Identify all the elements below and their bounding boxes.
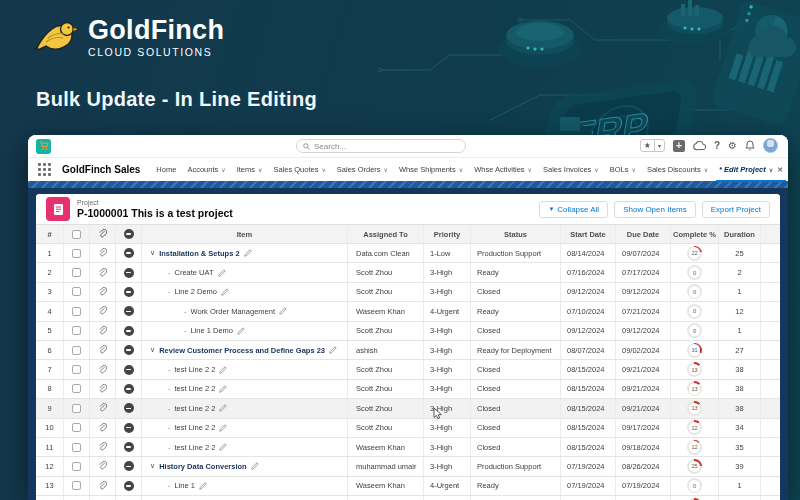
start-date-cell: 08/15/2024 <box>561 380 616 398</box>
row-checkbox[interactable] <box>64 283 90 301</box>
nav-tab[interactable]: Sales Invoices ∨ <box>542 158 600 182</box>
row-checkbox[interactable] <box>64 399 90 417</box>
tab-close-icon[interactable]: ✕ <box>777 166 783 174</box>
row-attachment[interactable] <box>90 322 116 340</box>
row-attachment[interactable] <box>90 477 116 495</box>
edit-pencil-icon[interactable] <box>219 366 227 374</box>
row-checkbox[interactable] <box>64 244 90 262</box>
row-attachment[interactable] <box>90 263 116 281</box>
row-attachment[interactable] <box>90 244 116 262</box>
row-checkbox[interactable] <box>64 477 90 495</box>
edit-pencil-icon[interactable] <box>219 385 227 393</box>
nav-tab[interactable]: Sales Quotes ∨ <box>272 158 326 182</box>
nav-tab[interactable]: Whse Activities ∨ <box>473 158 533 182</box>
edit-pencil-icon[interactable] <box>251 462 259 470</box>
row-note[interactable] <box>116 263 142 281</box>
row-attachment[interactable] <box>90 438 116 456</box>
item-label: Line 2 Demo <box>175 287 218 296</box>
chevron-down-icon[interactable]: ∨ <box>150 346 155 354</box>
export-project-button[interactable]: Export Project <box>702 201 770 218</box>
favorites-control[interactable]: ★▾ <box>640 139 665 152</box>
nav-tab[interactable]: Whse Shipments ∨ <box>398 158 464 182</box>
help-icon[interactable]: ? <box>714 141 720 151</box>
row-checkbox[interactable] <box>64 380 90 398</box>
select-all-checkbox[interactable] <box>64 225 90 243</box>
row-checkbox[interactable] <box>64 419 90 437</box>
edit-pencil-icon[interactable] <box>199 482 207 490</box>
record-header: Project P-1000001 This is a test project… <box>36 194 780 224</box>
edit-pencil-icon[interactable] <box>279 307 287 315</box>
edit-pencil-icon[interactable] <box>329 346 337 354</box>
edit-pencil-icon[interactable] <box>237 327 245 335</box>
nav-tab[interactable]: Sales Discounts ∨ <box>646 158 709 182</box>
row-note[interactable] <box>116 496 142 500</box>
edit-pencil-icon[interactable] <box>218 269 226 277</box>
row-attachment[interactable] <box>90 283 116 301</box>
edit-pencil-icon[interactable] <box>244 249 252 257</box>
user-avatar[interactable] <box>763 138 778 153</box>
row-note[interactable] <box>116 399 142 417</box>
edit-pencil-icon[interactable] <box>219 443 227 451</box>
row-note[interactable] <box>116 322 142 340</box>
nav-tab[interactable]: Accounts ∨ <box>186 158 226 182</box>
row-note[interactable] <box>116 438 142 456</box>
row-attachment[interactable] <box>90 496 116 500</box>
row-attachment[interactable] <box>90 457 116 475</box>
complete-pct-cell: 13 <box>671 399 719 417</box>
app-nav: GoldFinch Sales Home Accounts ∨ Items ∨ … <box>28 157 788 181</box>
start-date-cell <box>561 496 616 500</box>
nav-tab[interactable]: Home <box>155 158 177 182</box>
paperclip-icon <box>98 423 107 433</box>
collapse-all-button[interactable]: ▼Collapse All <box>539 201 608 218</box>
row-note[interactable] <box>116 341 142 359</box>
row-note[interactable] <box>116 457 142 475</box>
row-checkbox[interactable] <box>64 360 90 378</box>
row-note[interactable] <box>116 283 142 301</box>
row-note[interactable] <box>116 380 142 398</box>
row-note[interactable] <box>116 419 142 437</box>
start-date-cell: 09/12/2024 <box>561 283 616 301</box>
row-checkbox[interactable] <box>64 457 90 475</box>
item-cell: - Work Order Management <box>142 302 348 320</box>
complete-pct-cell: 25 <box>671 457 719 475</box>
row-checkbox[interactable] <box>64 341 90 359</box>
complete-pct-cell: 22 <box>671 244 719 262</box>
gear-icon[interactable]: ⚙ <box>728 141 737 151</box>
row-number: 13 <box>36 477 64 495</box>
row-attachment[interactable] <box>90 341 116 359</box>
duration-cell: 38 <box>719 380 761 398</box>
quick-add-button[interactable]: + <box>673 140 685 152</box>
paperclip-icon <box>98 268 107 278</box>
chevron-down-icon[interactable]: ∨ <box>150 462 155 470</box>
row-checkbox[interactable] <box>64 302 90 320</box>
nav-tab[interactable]: Items ∨ <box>236 158 264 182</box>
child-dash: - <box>168 384 171 393</box>
row-attachment[interactable] <box>90 399 116 417</box>
nav-tab[interactable]: BOLs ∨ <box>609 158 637 182</box>
row-checkbox[interactable] <box>64 496 90 500</box>
row-attachment[interactable] <box>90 380 116 398</box>
global-search-input[interactable]: Search... <box>296 139 466 153</box>
item-cell: - test Line 2 2 <box>142 438 348 456</box>
edit-pencil-icon[interactable] <box>221 288 229 296</box>
bell-icon[interactable] <box>745 140 755 151</box>
row-attachment[interactable] <box>90 419 116 437</box>
show-open-items-button[interactable]: Show Open Items <box>614 201 696 218</box>
progress-donut: 13 <box>687 362 702 377</box>
app-launcher-icon[interactable] <box>38 163 51 176</box>
nav-tab[interactable]: Sales Orders ∨ <box>336 158 389 182</box>
row-attachment[interactable] <box>90 360 116 378</box>
edit-pencil-icon[interactable] <box>219 404 227 412</box>
nav-tab[interactable]: * Edit Project ∨ ✕ <box>718 158 784 182</box>
row-note[interactable] <box>116 360 142 378</box>
row-note[interactable] <box>116 244 142 262</box>
cloud-upload-icon[interactable] <box>693 141 706 151</box>
row-checkbox[interactable] <box>64 263 90 281</box>
row-note[interactable] <box>116 477 142 495</box>
row-note[interactable] <box>116 302 142 320</box>
row-checkbox[interactable] <box>64 322 90 340</box>
row-attachment[interactable] <box>90 302 116 320</box>
chevron-down-icon[interactable]: ∨ <box>150 249 155 257</box>
row-checkbox[interactable] <box>64 438 90 456</box>
edit-pencil-icon[interactable] <box>219 424 227 432</box>
